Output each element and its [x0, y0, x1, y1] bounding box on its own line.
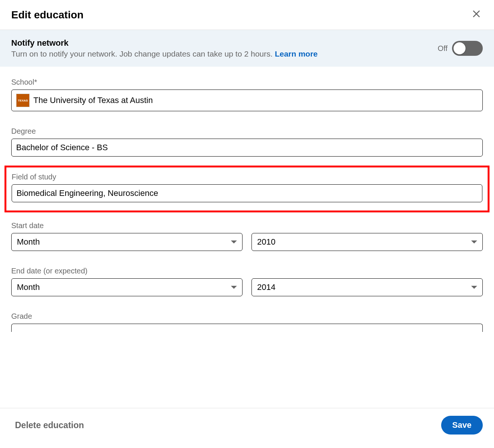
form-body: School* TEXAS Degree Field of study Star…	[0, 67, 494, 408]
close-button[interactable]	[470, 7, 483, 22]
school-field: School* TEXAS	[11, 78, 483, 111]
chevron-down-icon	[471, 240, 477, 243]
field-of-study-highlight: Field of study	[4, 166, 490, 212]
edit-education-modal: Edit education Notify network Turn on to…	[0, 0, 494, 448]
school-label: School*	[11, 78, 483, 87]
end-year-select[interactable]: 2014	[251, 278, 483, 296]
modal-title: Edit education	[11, 9, 84, 21]
toggle-knob	[454, 42, 466, 54]
modal-header: Edit education	[0, 0, 494, 30]
field-of-study-input[interactable]	[16, 188, 478, 198]
end-date-row: Month 2014	[11, 278, 483, 296]
degree-field: Degree	[11, 127, 483, 157]
end-month-select[interactable]: Month	[11, 278, 243, 296]
start-date-field: Start date Month 2010	[11, 221, 483, 251]
delete-education-button[interactable]: Delete education	[15, 420, 84, 430]
chevron-down-icon	[231, 240, 237, 243]
school-logo-icon: TEXAS	[16, 94, 30, 107]
notify-content: Notify network Turn on to notify your ne…	[11, 38, 318, 58]
grade-input[interactable]	[11, 324, 483, 332]
end-date-label: End date (or expected)	[11, 267, 483, 275]
toggle-state-label: Off	[438, 44, 448, 53]
degree-input-wrap[interactable]	[11, 139, 483, 157]
start-year-value: 2010	[257, 237, 275, 247]
field-of-study-input-wrap[interactable]	[12, 184, 482, 202]
end-date-field: End date (or expected) Month 2014	[11, 267, 483, 296]
notify-toggle[interactable]	[452, 41, 483, 56]
end-month-value: Month	[17, 282, 40, 292]
notify-description: Turn on to notify your network. Job chan…	[11, 49, 318, 58]
chevron-down-icon	[471, 286, 477, 289]
notify-toggle-wrap: Off	[438, 41, 483, 56]
degree-input[interactable]	[16, 143, 478, 152]
close-icon	[472, 9, 481, 21]
learn-more-link[interactable]: Learn more	[275, 49, 317, 58]
school-input-wrap[interactable]: TEXAS	[11, 90, 483, 111]
grade-label: Grade	[11, 312, 483, 321]
chevron-down-icon	[231, 286, 237, 289]
grade-field: Grade	[11, 312, 483, 332]
start-date-label: Start date	[11, 221, 483, 230]
end-year-value: 2014	[257, 282, 275, 292]
modal-footer: Delete education Save	[0, 408, 494, 448]
notify-network-bar: Notify network Turn on to notify your ne…	[0, 30, 494, 67]
school-input[interactable]	[33, 96, 478, 105]
field-of-study-field: Field of study	[12, 173, 482, 202]
start-month-select[interactable]: Month	[11, 233, 243, 251]
field-of-study-label: Field of study	[12, 173, 482, 181]
degree-label: Degree	[11, 127, 483, 136]
start-month-value: Month	[17, 237, 40, 247]
start-date-row: Month 2010	[11, 233, 483, 251]
start-year-select[interactable]: 2010	[251, 233, 483, 251]
save-button[interactable]: Save	[441, 416, 483, 435]
notify-heading: Notify network	[11, 38, 318, 48]
